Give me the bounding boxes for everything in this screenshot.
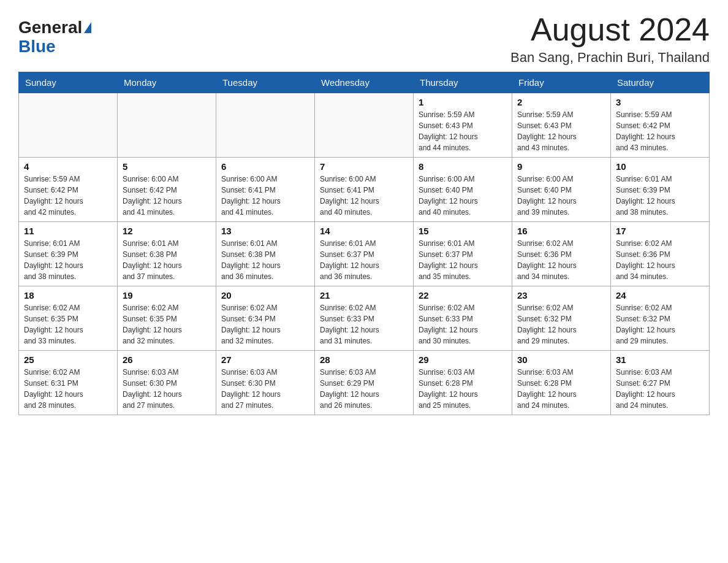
- day-info: Sunrise: 6:00 AMSunset: 6:40 PMDaylight:…: [517, 174, 605, 218]
- logo-general-text: General: [18, 18, 91, 37]
- calendar-cell: 3Sunrise: 5:59 AMSunset: 6:42 PMDaylight…: [611, 93, 710, 158]
- calendar-week-4: 18Sunrise: 6:02 AMSunset: 6:35 PMDayligh…: [19, 286, 710, 351]
- day-number: 21: [320, 290, 408, 301]
- day-info: Sunrise: 6:03 AMSunset: 6:30 PMDaylight:…: [123, 367, 211, 411]
- day-of-week-saturday: Saturday: [611, 72, 710, 93]
- calendar-cell: 12Sunrise: 6:01 AMSunset: 6:38 PMDayligh…: [118, 222, 216, 286]
- day-of-week-friday: Friday: [512, 72, 611, 93]
- page-header: General Blue August 2024 Ban Sang, Prach…: [18, 12, 710, 66]
- page-title: August 2024: [510, 12, 710, 47]
- day-info: Sunrise: 6:01 AMSunset: 6:37 PMDaylight:…: [320, 238, 408, 282]
- calendar-cell: [315, 93, 414, 158]
- calendar-header: SundayMondayTuesdayWednesdayThursdayFrid…: [19, 72, 710, 93]
- day-number: 26: [123, 354, 211, 365]
- day-number: 14: [320, 226, 408, 236]
- day-number: 12: [123, 226, 211, 236]
- day-info: Sunrise: 6:02 AMSunset: 6:31 PMDaylight:…: [24, 367, 112, 411]
- calendar-cell: 18Sunrise: 6:02 AMSunset: 6:35 PMDayligh…: [19, 286, 118, 351]
- calendar-cell: 1Sunrise: 5:59 AMSunset: 6:43 PMDaylight…: [414, 93, 512, 158]
- calendar-table: SundayMondayTuesdayWednesdayThursdayFrid…: [18, 72, 710, 415]
- day-number: 4: [24, 161, 112, 172]
- day-info: Sunrise: 6:00 AMSunset: 6:41 PMDaylight:…: [221, 174, 309, 218]
- day-number: 18: [24, 290, 112, 301]
- day-of-week-wednesday: Wednesday: [315, 72, 414, 93]
- calendar-cell: [216, 93, 315, 158]
- day-number: 2: [517, 97, 605, 107]
- day-number: 19: [123, 290, 211, 301]
- day-info: Sunrise: 6:02 AMSunset: 6:33 PMDaylight:…: [320, 302, 408, 347]
- page-subtitle: Ban Sang, Prachin Buri, Thailand: [510, 50, 710, 66]
- calendar-cell: [19, 93, 118, 158]
- day-info: Sunrise: 6:00 AMSunset: 6:42 PMDaylight:…: [123, 174, 211, 218]
- calendar-body: 1Sunrise: 5:59 AMSunset: 6:43 PMDaylight…: [19, 93, 710, 415]
- calendar-cell: 21Sunrise: 6:02 AMSunset: 6:33 PMDayligh…: [315, 286, 414, 351]
- calendar-cell: 23Sunrise: 6:02 AMSunset: 6:32 PMDayligh…: [512, 286, 611, 351]
- day-info: Sunrise: 6:02 AMSunset: 6:35 PMDaylight:…: [24, 302, 112, 347]
- day-number: 25: [24, 354, 112, 365]
- calendar-cell: 25Sunrise: 6:02 AMSunset: 6:31 PMDayligh…: [19, 351, 118, 415]
- day-number: 27: [221, 354, 309, 365]
- calendar-cell: 6Sunrise: 6:00 AMSunset: 6:41 PMDaylight…: [216, 158, 315, 222]
- day-number: 22: [419, 290, 507, 301]
- day-of-week-monday: Monday: [118, 72, 216, 93]
- day-info: Sunrise: 6:03 AMSunset: 6:27 PMDaylight:…: [616, 367, 704, 411]
- calendar-cell: 22Sunrise: 6:02 AMSunset: 6:33 PMDayligh…: [414, 286, 512, 351]
- day-number: 28: [320, 354, 408, 365]
- calendar-cell: 17Sunrise: 6:02 AMSunset: 6:36 PMDayligh…: [611, 222, 710, 286]
- calendar-cell: 28Sunrise: 6:03 AMSunset: 6:29 PMDayligh…: [315, 351, 414, 415]
- day-info: Sunrise: 5:59 AMSunset: 6:42 PMDaylight:…: [616, 109, 704, 153]
- calendar-week-2: 4Sunrise: 5:59 AMSunset: 6:42 PMDaylight…: [19, 158, 710, 222]
- day-number: 13: [221, 226, 309, 236]
- logo: General Blue: [18, 18, 91, 56]
- calendar-cell: 8Sunrise: 6:00 AMSunset: 6:40 PMDaylight…: [414, 158, 512, 222]
- day-info: Sunrise: 6:02 AMSunset: 6:32 PMDaylight:…: [517, 302, 605, 347]
- day-number: 8: [419, 161, 507, 172]
- calendar-week-3: 11Sunrise: 6:01 AMSunset: 6:39 PMDayligh…: [19, 222, 710, 286]
- day-number: 6: [221, 161, 309, 172]
- days-of-week-row: SundayMondayTuesdayWednesdayThursdayFrid…: [19, 72, 710, 93]
- day-number: 7: [320, 161, 408, 172]
- calendar-cell: 15Sunrise: 6:01 AMSunset: 6:37 PMDayligh…: [414, 222, 512, 286]
- day-number: 11: [24, 226, 112, 236]
- day-info: Sunrise: 6:03 AMSunset: 6:28 PMDaylight:…: [517, 367, 605, 411]
- day-number: 16: [517, 226, 605, 236]
- calendar-cell: 4Sunrise: 5:59 AMSunset: 6:42 PMDaylight…: [19, 158, 118, 222]
- day-number: 30: [517, 354, 605, 365]
- day-number: 23: [517, 290, 605, 301]
- calendar-cell: 19Sunrise: 6:02 AMSunset: 6:35 PMDayligh…: [118, 286, 216, 351]
- day-number: 9: [517, 161, 605, 172]
- calendar-cell: [118, 93, 216, 158]
- day-info: Sunrise: 6:01 AMSunset: 6:39 PMDaylight:…: [24, 238, 112, 282]
- calendar-cell: 24Sunrise: 6:02 AMSunset: 6:32 PMDayligh…: [611, 286, 710, 351]
- day-info: Sunrise: 6:00 AMSunset: 6:40 PMDaylight:…: [419, 174, 507, 218]
- day-info: Sunrise: 5:59 AMSunset: 6:43 PMDaylight:…: [419, 109, 507, 153]
- day-number: 5: [123, 161, 211, 172]
- calendar-cell: 11Sunrise: 6:01 AMSunset: 6:39 PMDayligh…: [19, 222, 118, 286]
- day-info: Sunrise: 6:03 AMSunset: 6:29 PMDaylight:…: [320, 367, 408, 411]
- day-info: Sunrise: 6:02 AMSunset: 6:36 PMDaylight:…: [616, 238, 704, 282]
- day-info: Sunrise: 6:00 AMSunset: 6:41 PMDaylight:…: [320, 174, 408, 218]
- day-info: Sunrise: 6:01 AMSunset: 6:37 PMDaylight:…: [419, 238, 507, 282]
- day-info: Sunrise: 6:01 AMSunset: 6:39 PMDaylight:…: [616, 174, 704, 218]
- calendar-cell: 13Sunrise: 6:01 AMSunset: 6:38 PMDayligh…: [216, 222, 315, 286]
- day-info: Sunrise: 6:02 AMSunset: 6:33 PMDaylight:…: [419, 302, 507, 347]
- day-info: Sunrise: 6:02 AMSunset: 6:35 PMDaylight:…: [123, 302, 211, 347]
- calendar-cell: 5Sunrise: 6:00 AMSunset: 6:42 PMDaylight…: [118, 158, 216, 222]
- day-info: Sunrise: 6:03 AMSunset: 6:30 PMDaylight:…: [221, 367, 309, 411]
- day-number: 15: [419, 226, 507, 236]
- logo-blue-text: Blue: [18, 37, 91, 56]
- day-number: 17: [616, 226, 704, 236]
- day-number: 10: [616, 161, 704, 172]
- day-info: Sunrise: 6:01 AMSunset: 6:38 PMDaylight:…: [123, 238, 211, 282]
- calendar-cell: 29Sunrise: 6:03 AMSunset: 6:28 PMDayligh…: [414, 351, 512, 415]
- calendar-cell: 14Sunrise: 6:01 AMSunset: 6:37 PMDayligh…: [315, 222, 414, 286]
- day-info: Sunrise: 6:03 AMSunset: 6:28 PMDaylight:…: [419, 367, 507, 411]
- calendar-cell: 2Sunrise: 5:59 AMSunset: 6:43 PMDaylight…: [512, 93, 611, 158]
- calendar-cell: 20Sunrise: 6:02 AMSunset: 6:34 PMDayligh…: [216, 286, 315, 351]
- day-number: 31: [616, 354, 704, 365]
- day-number: 29: [419, 354, 507, 365]
- day-info: Sunrise: 5:59 AMSunset: 6:42 PMDaylight:…: [24, 174, 112, 218]
- day-info: Sunrise: 6:02 AMSunset: 6:36 PMDaylight:…: [517, 238, 605, 282]
- day-info: Sunrise: 6:01 AMSunset: 6:38 PMDaylight:…: [221, 238, 309, 282]
- day-number: 3: [616, 97, 704, 107]
